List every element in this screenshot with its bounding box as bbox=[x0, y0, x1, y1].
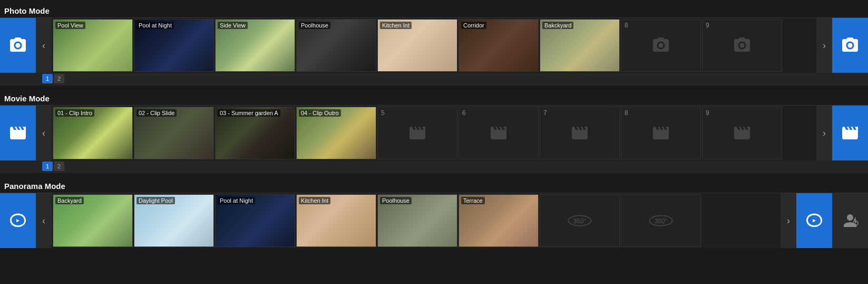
360-icon: 360° bbox=[648, 214, 674, 227]
user-settings-icon bbox=[841, 211, 860, 230]
thumb-label: Pool at Night bbox=[136, 22, 174, 29]
photo-thumb-poolhouse[interactable]: Poolhouse bbox=[296, 19, 376, 72]
photo-prev-btn[interactable]: ‹ bbox=[36, 18, 52, 73]
photo-thumb-pool-view[interactable]: Pool View bbox=[53, 19, 133, 72]
movie-mode-icon-btn[interactable] bbox=[0, 106, 36, 160]
panorama-thumbnails: BackyardDaylight PoolPool at NightKitche… bbox=[52, 193, 781, 248]
photo-thumb-side-view[interactable]: Side View bbox=[215, 19, 295, 72]
movie-thumb-empty-7[interactable]: 7 bbox=[540, 107, 620, 159]
movie-mode-section: Movie Mode ‹ 01 - Clip Intro02 - Clip Sl… bbox=[0, 88, 868, 175]
empty-film-icon bbox=[651, 124, 670, 143]
photo-thumb-backyard[interactable]: Bakckyard bbox=[540, 19, 620, 72]
thumb-number: 8 bbox=[625, 109, 628, 117]
panorama-export-btn[interactable] bbox=[796, 193, 832, 248]
film-icon bbox=[8, 124, 27, 143]
movie-export-icon bbox=[841, 124, 860, 143]
pano-thumb-pano-terrace[interactable]: Terrace bbox=[459, 194, 539, 247]
photo-page-buttons: 12 bbox=[0, 73, 868, 86]
photo-thumbnails: Pool ViewPool at NightSide ViewPoolhouse… bbox=[52, 18, 816, 73]
thumb-label: Pool at Night bbox=[218, 197, 255, 204]
thumb-label: Side View bbox=[218, 22, 248, 29]
photo-mode-section: Photo Mode ‹ Pool ViewPool at NightSide … bbox=[0, 0, 868, 88]
empty-film-icon bbox=[733, 124, 752, 143]
photo-thumb-empty-8[interactable]: 8 bbox=[621, 19, 701, 72]
thumb-label: Kitchen Int bbox=[380, 22, 412, 29]
thumb-label: Backyard bbox=[55, 197, 84, 204]
photo-thumb-corridor[interactable]: Corridor bbox=[459, 19, 539, 72]
photo-page-btn-1[interactable]: 1 bbox=[42, 74, 53, 83]
movie-thumb-empty-5[interactable]: 5 bbox=[377, 107, 457, 159]
pano-thumb-pano-kitchen[interactable]: Kitchen Int bbox=[296, 194, 376, 247]
movie-page-buttons: 12 bbox=[0, 160, 868, 173]
panorama-mode-icon-btn[interactable] bbox=[0, 193, 36, 248]
photo-thumb-pool-night[interactable]: Pool at Night bbox=[134, 19, 214, 72]
movie-page-btn-1[interactable]: 1 bbox=[42, 162, 53, 171]
photo-thumb-kitchen-int[interactable]: Kitchen Int bbox=[377, 19, 457, 72]
photo-mode-title: Photo Mode bbox=[0, 4, 868, 18]
movie-page-btn-2[interactable]: 2 bbox=[54, 162, 64, 171]
movie-mode-title: Movie Mode bbox=[0, 92, 868, 106]
pano-thumb-pano-daylight[interactable]: Daylight Pool bbox=[134, 194, 214, 247]
photo-mode-row: ‹ Pool ViewPool at NightSide ViewPoolhou… bbox=[0, 18, 868, 73]
movie-thumb-clip-intro[interactable]: 01 - Clip Intro bbox=[53, 107, 133, 159]
movie-thumb-clip-outro[interactable]: 04 - Clip Outro bbox=[296, 107, 376, 159]
photo-thumb-empty-9[interactable]: 9 bbox=[702, 19, 782, 72]
empty-camera-icon bbox=[733, 36, 752, 55]
panorama-mode-title: Panorama Mode bbox=[0, 179, 868, 193]
svg-text:360°: 360° bbox=[573, 217, 587, 225]
thumb-number: 6 bbox=[462, 109, 466, 117]
thumb-number: 9 bbox=[706, 22, 709, 29]
movie-thumb-empty-9m[interactable]: 9 bbox=[702, 107, 782, 159]
thumb-number: 9 bbox=[706, 109, 709, 117]
thumb-label: Daylight Pool bbox=[136, 197, 175, 204]
camera-icon bbox=[8, 36, 27, 55]
empty-film-icon bbox=[570, 124, 589, 143]
thumb-label: Poolhouse bbox=[380, 197, 412, 204]
thumb-label: 04 - Clip Outro bbox=[299, 109, 341, 117]
movie-thumb-empty-6[interactable]: 6 bbox=[459, 107, 539, 159]
empty-film-icon bbox=[408, 124, 427, 143]
empty-camera-icon bbox=[651, 36, 670, 55]
movie-next-btn[interactable]: › bbox=[816, 106, 832, 160]
thumb-label: Corridor bbox=[461, 22, 486, 29]
pano-thumb-pano-empty-8[interactable]: 360° bbox=[621, 194, 701, 247]
thumb-number: 8 bbox=[625, 22, 628, 29]
thumb-label: Pool View bbox=[55, 22, 85, 29]
user-settings-btn[interactable] bbox=[832, 193, 868, 248]
movie-mode-row: ‹ 01 - Clip Intro02 - Clip Slide03 - Sum… bbox=[0, 106, 868, 160]
thumb-label: 02 - Clip Slide bbox=[136, 109, 177, 117]
panorama-mode-row: ‹ BackyardDaylight PoolPool at NightKitc… bbox=[0, 193, 868, 248]
panorama-icon bbox=[8, 211, 27, 230]
movie-thumb-summer-garden[interactable]: 03 - Summer garden A bbox=[215, 107, 295, 159]
panorama-mode-section: Panorama Mode ‹ BackyardDaylight PoolPoo… bbox=[0, 175, 868, 250]
movie-thumb-clip-slide[interactable]: 02 - Clip Slide bbox=[134, 107, 214, 159]
pano-thumb-pano-poolhouse[interactable]: Poolhouse bbox=[377, 194, 457, 247]
photo-export-icon bbox=[841, 36, 860, 55]
movie-prev-btn[interactable]: ‹ bbox=[36, 106, 52, 160]
panorama-export-icon bbox=[805, 211, 824, 230]
thumb-label: Poolhouse bbox=[299, 22, 330, 29]
thumb-label: 03 - Summer garden A bbox=[218, 109, 280, 117]
360-icon: 360° bbox=[567, 214, 592, 227]
movie-thumb-empty-8m[interactable]: 8 bbox=[621, 107, 701, 159]
pano-thumb-pano-empty-7[interactable]: 360° bbox=[540, 194, 620, 247]
panorama-prev-btn[interactable]: ‹ bbox=[36, 193, 52, 248]
empty-film-icon bbox=[489, 124, 508, 143]
photo-mode-icon-btn[interactable] bbox=[0, 18, 36, 73]
photo-export-btn[interactable] bbox=[832, 18, 868, 73]
photo-next-btn[interactable]: › bbox=[816, 18, 832, 73]
thumb-label: Kitchen Int bbox=[299, 197, 330, 204]
photo-page-btn-2[interactable]: 2 bbox=[54, 74, 64, 83]
thumb-label: 01 - Clip Intro bbox=[55, 109, 94, 117]
movie-export-btn[interactable] bbox=[832, 106, 868, 160]
movie-thumbnails: 01 - Clip Intro02 - Clip Slide03 - Summe… bbox=[52, 106, 816, 160]
thumb-label: Terrace bbox=[461, 197, 485, 204]
pano-thumb-pano-backyard[interactable]: Backyard bbox=[53, 194, 133, 247]
thumb-number: 7 bbox=[543, 109, 547, 117]
pano-thumb-pano-night[interactable]: Pool at Night bbox=[215, 194, 295, 247]
svg-text:360°: 360° bbox=[655, 217, 668, 225]
panorama-next-btn[interactable]: › bbox=[781, 193, 796, 248]
thumb-number: 5 bbox=[381, 109, 385, 117]
thumb-label: Bakckyard bbox=[542, 22, 573, 29]
